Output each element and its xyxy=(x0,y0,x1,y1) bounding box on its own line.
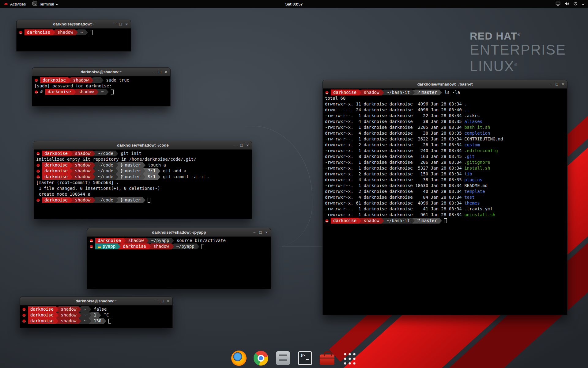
window-titlebar[interactable]: darknoise@shadow:~ −□× xyxy=(32,68,170,76)
powerline-separator xyxy=(382,218,384,224)
powerline-separator xyxy=(439,90,442,95)
segment-label: ~/code xyxy=(98,162,113,168)
chrome-icon[interactable] xyxy=(253,350,269,366)
prompt-segment-user: darknoise xyxy=(40,77,68,83)
maximize-button[interactable]: □ xyxy=(556,82,558,86)
segment-label: shadow xyxy=(153,243,169,249)
terminal-line: [master (root-commit) 50bcb63] . xyxy=(36,180,250,186)
prompt-segment-user: darknoise xyxy=(28,318,56,324)
prompt-redhat-icon xyxy=(89,245,93,248)
terminal-text: drwxrwxr-x. 2 darknoise darknoise 26 Jan… xyxy=(325,142,464,148)
powerline-separator xyxy=(116,151,118,156)
volume-icon xyxy=(564,2,569,7)
powerline-separator xyxy=(93,168,95,174)
close-button[interactable]: × xyxy=(246,143,249,148)
terminal-text: 1 file changed, 0 insertions(+), 0 delet… xyxy=(36,186,160,191)
segment-label: shadow xyxy=(61,312,77,318)
activities-button[interactable]: Activities xyxy=(0,0,29,8)
prompt-segment-user: darknoise xyxy=(28,312,56,318)
terminal-cursor xyxy=(148,198,150,203)
terminal-window-bash-it[interactable]: darknoise@shadow:~/bash-it −□× darknoise… xyxy=(322,80,567,315)
window-titlebar[interactable]: darknoise@shadow:~/code −□× xyxy=(34,141,252,150)
terminal-line: darknoiseshadow~/bash-itmaster ls -la xyxy=(325,90,565,95)
terminal-text: source bin/activate xyxy=(174,238,226,243)
app-grid-icon[interactable] xyxy=(341,350,357,366)
prompt-segment-host: shadow xyxy=(151,243,172,249)
close-button[interactable]: × xyxy=(125,22,128,26)
terminal-text: drwxrwxr-x. 4 darknoise darknoise 38 Jan… xyxy=(325,130,464,136)
segment-label: ~/pyapp xyxy=(151,238,169,243)
minimize-button[interactable]: − xyxy=(153,70,155,74)
terminal-window-code[interactable]: darknoise@shadow:~/code −□× darknoisesha… xyxy=(34,141,252,219)
powerline-separator xyxy=(93,197,95,203)
powerline-separator xyxy=(158,168,160,174)
prompt-segment-user: darknoise xyxy=(45,89,74,95)
prompt-segment-path: ~ xyxy=(81,312,89,318)
terminal-content[interactable]: darknoiseshadow~/code git initInitialize… xyxy=(34,150,252,204)
segment-label: ~ xyxy=(84,318,86,324)
segment-label: ~/code xyxy=(98,168,113,174)
powerline-separator xyxy=(197,244,199,249)
terminal-line: darknoiseshadow~/codemaster xyxy=(36,197,250,203)
terminal-content[interactable]: darknoiseshadow~/pyapp source bin/activa… xyxy=(87,237,271,250)
terminal-window-pyapp[interactable]: darknoise@shadow:~/pyapp −□× darknoisesh… xyxy=(87,228,271,289)
terminal-line: darknoiseshadow~/codemasterS:1 git commi… xyxy=(36,174,250,180)
prompt-segment-host: shadow xyxy=(73,162,93,168)
terminal-text: .travis.yml xyxy=(464,206,493,212)
prompt-segment-path: ~ xyxy=(93,77,101,83)
terminal-content[interactable]: darknoiseshadow~ xyxy=(17,29,131,36)
close-button[interactable]: × xyxy=(562,82,564,86)
minimize-button[interactable]: − xyxy=(113,22,116,26)
terminal-text: touch a xyxy=(145,162,166,168)
prompt-segment-exit: 1 xyxy=(91,312,99,318)
terminal-line: darknoiseshadow~/bash-itmaster xyxy=(325,218,565,224)
terminal-window-sudo[interactable]: darknoise@shadow:~ −□× darknoiseshadow~ … xyxy=(32,67,171,106)
maximize-button[interactable]: □ xyxy=(259,230,262,235)
terminal-content[interactable]: darknoiseshadow~ sudo true[sudo] passwor… xyxy=(32,76,170,96)
chevron-down-icon xyxy=(56,2,58,6)
clock[interactable]: Sat 03:57 xyxy=(285,2,303,6)
prompt-redhat-icon xyxy=(325,219,329,223)
minimize-button[interactable]: − xyxy=(550,82,552,86)
window-title: darknoise@shadow:~/pyapp xyxy=(152,230,206,235)
minimize-button[interactable]: − xyxy=(155,299,157,303)
toolbox-icon[interactable] xyxy=(319,350,335,366)
minimize-button[interactable]: − xyxy=(253,230,256,235)
prompt-segment-host: shadow xyxy=(126,238,146,243)
maximize-button[interactable]: □ xyxy=(119,22,122,26)
segment-label: shadow xyxy=(364,90,379,95)
system-status-area[interactable] xyxy=(554,0,586,8)
window-titlebar[interactable]: darknoise@shadow:~/pyapp −□× xyxy=(87,228,271,237)
terminal-content[interactable]: darknoiseshadow~/bash-itmaster ls -latot… xyxy=(323,89,567,224)
segment-label: darknoise xyxy=(44,174,68,180)
segment-label: ~/code xyxy=(98,151,113,156)
terminal-window-home-2[interactable]: darknoise@shadow:~ −□× darknoiseshadow~ … xyxy=(20,297,173,328)
maximize-button[interactable]: □ xyxy=(159,70,161,74)
terminal-icon[interactable] xyxy=(297,350,313,366)
terminal-text: create mode 100644 a xyxy=(36,191,90,197)
maximize-button[interactable]: □ xyxy=(240,143,243,148)
window-titlebar[interactable]: darknoise@shadow:~/bash-it −□× xyxy=(323,80,567,89)
powerline-separator xyxy=(412,218,415,224)
close-button[interactable]: × xyxy=(165,70,167,74)
close-button[interactable]: × xyxy=(167,299,169,303)
terminal-content[interactable]: darknoiseshadow~ falsedarknoiseshadow~1 … xyxy=(20,305,172,325)
window-titlebar[interactable]: darknoise@shadow:~ −□× xyxy=(17,20,131,29)
close-button[interactable]: × xyxy=(265,230,268,235)
powerline-separator xyxy=(101,78,104,83)
firefox-icon[interactable] xyxy=(231,350,247,366)
maximize-button[interactable]: □ xyxy=(161,299,164,303)
window-titlebar[interactable]: darknoise@shadow:~ −□× xyxy=(20,297,172,305)
terminal-cursor xyxy=(444,218,447,223)
prompt-segment-path: ~/bash-it xyxy=(384,218,412,224)
minimize-button[interactable]: − xyxy=(234,143,237,148)
terminal-text: git init xyxy=(118,151,141,156)
app-menu[interactable]: Terminal xyxy=(29,0,62,8)
files-icon[interactable] xyxy=(275,350,291,366)
powerline-separator xyxy=(89,312,91,318)
terminal-text: [sudo] password for darknoise: xyxy=(34,83,112,89)
terminal-text: template xyxy=(464,189,485,194)
terminal-window-home-1[interactable]: darknoise@shadow:~ −□× darknoiseshadow~ xyxy=(16,20,131,52)
powerline-separator xyxy=(382,90,384,95)
window-title: darknoise@shadow:~ xyxy=(81,70,122,74)
